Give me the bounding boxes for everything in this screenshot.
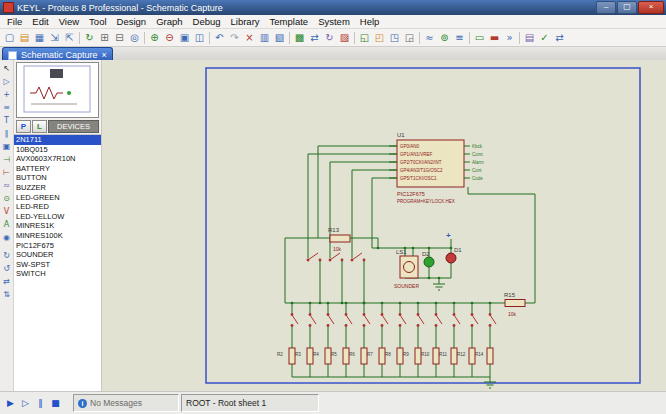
menu-item[interactable]: Library <box>226 15 265 28</box>
device-list-item[interactable]: BATTERY <box>14 164 101 174</box>
terminal-mode-icon[interactable]: ⊣ <box>1 153 13 165</box>
component-ls1-sounder[interactable]: LS1 SOUNDER <box>394 249 419 289</box>
export-project-icon[interactable]: ⇱ <box>62 31 77 45</box>
menu-item[interactable]: Tool <box>84 15 111 28</box>
mirror-y-icon[interactable]: ⇅ <box>1 288 13 300</box>
switch[interactable] <box>351 253 366 261</box>
pick-parts-icon[interactable]: ◱ <box>357 31 372 45</box>
graph-mode-icon[interactable]: ≈ <box>1 179 13 191</box>
sheet-indicator[interactable]: ROOT - Root sheet 1 <box>181 394 319 412</box>
device-list-item[interactable]: SW-SPST <box>14 260 101 270</box>
overview-preview[interactable] <box>16 62 99 118</box>
zoom-in-icon[interactable]: ⊕ <box>147 31 162 45</box>
erc-icon[interactable]: ✓ <box>537 31 552 45</box>
packaging-icon[interactable]: ◳ <box>387 31 402 45</box>
menu-item[interactable]: Debug <box>188 15 226 28</box>
stop-button[interactable]: ■ <box>48 396 63 411</box>
minimize-button[interactable]: – <box>596 1 616 14</box>
wire-autorouter-icon[interactable]: ≈ <box>422 31 437 45</box>
bus-mode-icon[interactable]: ∥ <box>1 127 13 139</box>
block-copy-icon[interactable]: ▩ <box>292 31 307 45</box>
device-list-item[interactable]: LED-RED <box>14 202 101 212</box>
generator-mode-icon[interactable]: ⊙ <box>1 192 13 204</box>
menu-item[interactable]: View <box>54 15 84 28</box>
device-list-item[interactable]: SWITCH <box>14 269 101 279</box>
origin-icon[interactable]: ⊟ <box>112 31 127 45</box>
component-r13[interactable]: R13 10k <box>328 227 350 252</box>
instrument-mode-icon[interactable]: ◉ <box>1 231 13 243</box>
device-list-item[interactable]: BUTTON <box>14 173 101 183</box>
cut-icon[interactable]: × <box>242 31 257 45</box>
tab-close-icon[interactable]: × <box>102 51 107 60</box>
menu-item[interactable]: Graph <box>151 15 187 28</box>
redraw-icon[interactable]: ↻ <box>82 31 97 45</box>
wire-label-mode-icon[interactable]: ≡ <box>1 101 13 113</box>
text-script-mode-icon[interactable]: T <box>1 114 13 126</box>
block-move-icon[interactable]: ⇄ <box>307 31 322 45</box>
junction-mode-icon[interactable]: + <box>1 88 13 100</box>
search-tag-icon[interactable]: ⊚ <box>437 31 452 45</box>
selection-mode-icon[interactable]: ↖ <box>1 62 13 74</box>
menu-item[interactable]: Design <box>112 15 152 28</box>
keypad-network[interactable]: R2 R3 R4 <box>277 302 496 377</box>
rotate-cw-icon[interactable]: ↻ <box>1 249 13 261</box>
zoom-area-icon[interactable]: ◫ <box>192 31 207 45</box>
pick-button[interactable]: P <box>16 120 31 133</box>
component-u1-pic12f675[interactable]: U1 GP0/AN0 GP1/AN1/VREF GP2/T0CKI/AN2/IN… <box>389 132 484 204</box>
rotate-ccw-icon[interactable]: ↺ <box>1 262 13 274</box>
menu-item[interactable]: File <box>2 15 27 28</box>
menu-item[interactable]: System <box>313 15 355 28</box>
paste-icon[interactable]: ▧ <box>272 31 287 45</box>
grid-icon[interactable]: ⊞ <box>97 31 112 45</box>
menu-item[interactable]: Help <box>355 15 385 28</box>
device-list-item[interactable]: LED-GREEN <box>14 193 101 203</box>
new-project-icon[interactable]: ▢ <box>2 31 17 45</box>
device-list-item[interactable]: BUZZER <box>14 183 101 193</box>
voltage-probe-icon[interactable]: V <box>1 205 13 217</box>
undo-icon[interactable]: ↶ <box>212 31 227 45</box>
menu-item[interactable]: Template <box>265 15 314 28</box>
subcircuit-mode-icon[interactable]: ▣ <box>1 140 13 152</box>
step-button[interactable]: ▷ <box>18 396 33 411</box>
switch[interactable] <box>307 253 322 261</box>
device-list-item[interactable]: LED-YELLOW <box>14 212 101 222</box>
netlist-icon[interactable]: ⇄ <box>552 31 567 45</box>
maximize-button[interactable]: ▢ <box>617 1 637 14</box>
device-list-item[interactable]: 10BQ015 <box>14 145 101 155</box>
remove-sheet-icon[interactable]: ▬ <box>487 31 502 45</box>
device-list-item[interactable]: MINRES1K <box>14 221 101 231</box>
goto-sheet-icon[interactable]: » <box>502 31 517 45</box>
redo-icon[interactable]: ↷ <box>227 31 242 45</box>
new-sheet-icon[interactable]: ▭ <box>472 31 487 45</box>
decompose-icon[interactable]: ◲ <box>402 31 417 45</box>
make-device-icon[interactable]: ◰ <box>372 31 387 45</box>
device-list-item[interactable]: PIC12F675 <box>14 241 101 251</box>
property-tool-icon[interactable]: ≡ <box>452 31 467 45</box>
mirror-x-icon[interactable]: ⇄ <box>1 275 13 287</box>
block-delete-icon[interactable]: ▨ <box>337 31 352 45</box>
component-mode-icon[interactable]: ▷ <box>1 75 13 87</box>
pan-icon[interactable]: ◎ <box>127 31 142 45</box>
device-list-item[interactable]: 2N1711 <box>14 135 101 145</box>
close-button[interactable]: × <box>638 1 664 14</box>
zoom-extents-icon[interactable]: ▣ <box>177 31 192 45</box>
play-button[interactable]: ▶ <box>3 396 18 411</box>
device-list-item[interactable]: AVX0603X7R10N <box>14 154 101 164</box>
pause-button[interactable]: ‖ <box>33 396 48 411</box>
library-button[interactable]: L <box>32 120 47 133</box>
component-r15[interactable]: R15 10k <box>504 292 525 317</box>
component-d2-led-green[interactable]: D2 <box>422 251 434 267</box>
zoom-out-icon[interactable]: ⊖ <box>162 31 177 45</box>
schematic-canvas[interactable]: U1 GP0/AN0 GP1/AN1/VREF GP2/T0CKI/AN2/IN… <box>102 60 666 392</box>
current-probe-icon[interactable]: A <box>1 218 13 230</box>
save-project-icon[interactable]: ▦ <box>32 31 47 45</box>
device-list-item[interactable]: SOUNDER <box>14 250 101 260</box>
copy-icon[interactable]: ▥ <box>257 31 272 45</box>
device-list-item[interactable]: MINRES100K <box>14 231 101 241</box>
component-d1-led-red[interactable]: D1 <box>446 247 462 263</box>
menu-item[interactable]: Edit <box>27 15 53 28</box>
block-rotate-icon[interactable]: ↻ <box>322 31 337 45</box>
bill-of-materials-icon[interactable]: ▤ <box>522 31 537 45</box>
import-project-icon[interactable]: ⇲ <box>47 31 62 45</box>
open-project-icon[interactable]: ▤ <box>17 31 32 45</box>
